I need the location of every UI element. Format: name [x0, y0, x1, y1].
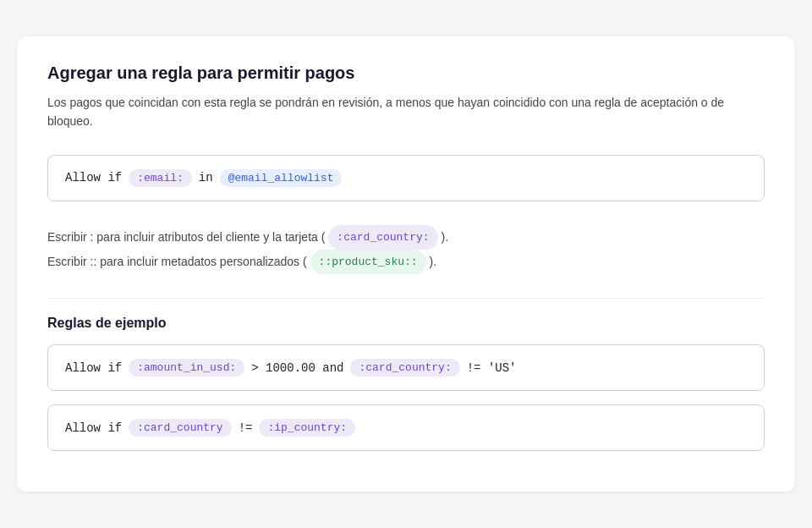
example1-badge1: :amount_in_usd:: [129, 359, 244, 377]
examples-section: Reglas de ejemplo Allow if :amount_in_us…: [47, 316, 765, 451]
email-allowlist-badge: @email_allowlist: [220, 169, 343, 187]
rule-input-box[interactable]: Allow if :email: in @email_allowlist: [47, 155, 765, 201]
example2-badge2: :ip_country:: [259, 419, 355, 437]
example1-allow-if: Allow if: [65, 361, 122, 375]
hint-line-1: Escribir : para incluir atributos del cl…: [47, 225, 765, 250]
example1-badge2: :card_country:: [350, 359, 459, 377]
examples-title: Reglas de ejemplo: [47, 316, 765, 331]
hint-line-2: Escribir :: para incluir metadatos perso…: [47, 250, 765, 274]
page-description: Los pagos que coincidan con esta regla s…: [47, 93, 765, 131]
example1-operator2: != 'US': [467, 361, 517, 375]
example2-operator1: !=: [239, 421, 253, 435]
hint1-suffix: ).: [442, 227, 449, 248]
example-rule-1: Allow if :amount_in_usd: > 1000.00 and :…: [47, 344, 765, 391]
example2-allow-if: Allow if: [65, 421, 122, 435]
hint1-prefix: Escribir : para incluir atributos del cl…: [47, 227, 325, 248]
email-badge: :email:: [129, 169, 192, 187]
allow-if-label: Allow if: [65, 171, 122, 184]
hint2-prefix: Escribir :: para incluir metadatos perso…: [47, 251, 307, 272]
in-text: in: [199, 171, 213, 184]
divider: [47, 298, 765, 299]
main-card: Agregar una regla para permitir pagos Lo…: [17, 36, 795, 492]
hints-section: Escribir : para incluir atributos del cl…: [47, 225, 765, 275]
example1-operator1: > 1000.00 and: [251, 361, 343, 375]
example2-badge1: :card_country: [129, 419, 231, 437]
product-sku-badge: ::product_sku::: [310, 250, 426, 274]
example-rule-2: Allow if :card_country != :ip_country:: [47, 404, 765, 451]
page-title: Agregar una regla para permitir pagos: [47, 63, 765, 83]
hint2-suffix: ).: [430, 251, 437, 272]
card-country-badge: :card_country:: [328, 225, 437, 250]
